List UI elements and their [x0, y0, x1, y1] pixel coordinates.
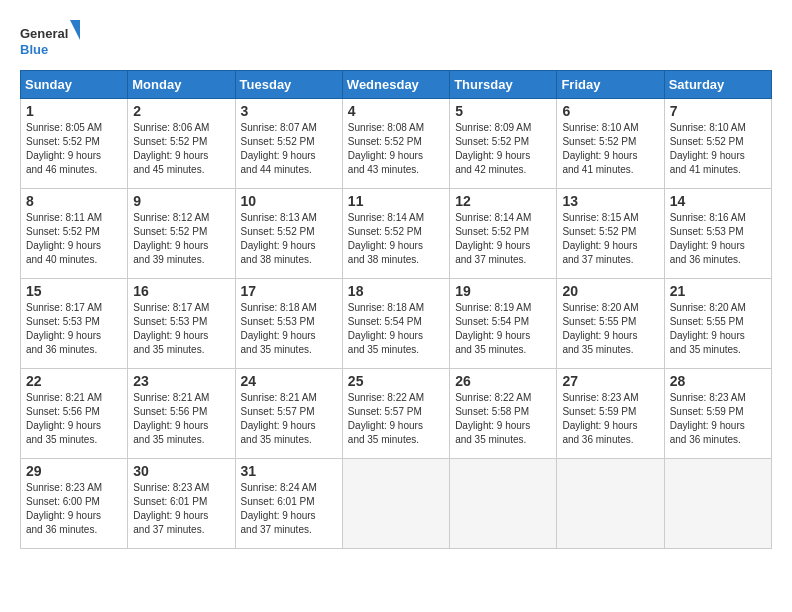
svg-text:General: General	[20, 26, 68, 41]
calendar-cell: 24Sunrise: 8:21 AM Sunset: 5:57 PM Dayli…	[235, 369, 342, 459]
day-number: 25	[348, 373, 444, 389]
day-number: 28	[670, 373, 766, 389]
weekday-header-saturday: Saturday	[664, 71, 771, 99]
day-number: 12	[455, 193, 551, 209]
calendar-cell: 13Sunrise: 8:15 AM Sunset: 5:52 PM Dayli…	[557, 189, 664, 279]
day-number: 27	[562, 373, 658, 389]
day-number: 15	[26, 283, 122, 299]
day-info: Sunrise: 8:21 AM Sunset: 5:56 PM Dayligh…	[26, 391, 122, 447]
calendar-cell: 30Sunrise: 8:23 AM Sunset: 6:01 PM Dayli…	[128, 459, 235, 549]
day-info: Sunrise: 8:21 AM Sunset: 5:57 PM Dayligh…	[241, 391, 337, 447]
day-number: 1	[26, 103, 122, 119]
calendar-cell	[450, 459, 557, 549]
calendar-cell	[557, 459, 664, 549]
day-number: 14	[670, 193, 766, 209]
day-info: Sunrise: 8:06 AM Sunset: 5:52 PM Dayligh…	[133, 121, 229, 177]
calendar-cell: 20Sunrise: 8:20 AM Sunset: 5:55 PM Dayli…	[557, 279, 664, 369]
day-info: Sunrise: 8:15 AM Sunset: 5:52 PM Dayligh…	[562, 211, 658, 267]
calendar-cell: 2Sunrise: 8:06 AM Sunset: 5:52 PM Daylig…	[128, 99, 235, 189]
day-number: 13	[562, 193, 658, 209]
day-number: 8	[26, 193, 122, 209]
calendar-cell: 1Sunrise: 8:05 AM Sunset: 5:52 PM Daylig…	[21, 99, 128, 189]
day-info: Sunrise: 8:10 AM Sunset: 5:52 PM Dayligh…	[562, 121, 658, 177]
week-row-5: 29Sunrise: 8:23 AM Sunset: 6:00 PM Dayli…	[21, 459, 772, 549]
day-info: Sunrise: 8:23 AM Sunset: 6:00 PM Dayligh…	[26, 481, 122, 537]
page-header: GeneralBlue	[20, 20, 772, 60]
day-info: Sunrise: 8:20 AM Sunset: 5:55 PM Dayligh…	[562, 301, 658, 357]
calendar-cell: 9Sunrise: 8:12 AM Sunset: 5:52 PM Daylig…	[128, 189, 235, 279]
calendar-cell: 25Sunrise: 8:22 AM Sunset: 5:57 PM Dayli…	[342, 369, 449, 459]
calendar-table: SundayMondayTuesdayWednesdayThursdayFrid…	[20, 70, 772, 549]
day-info: Sunrise: 8:20 AM Sunset: 5:55 PM Dayligh…	[670, 301, 766, 357]
day-info: Sunrise: 8:13 AM Sunset: 5:52 PM Dayligh…	[241, 211, 337, 267]
day-number: 19	[455, 283, 551, 299]
day-number: 21	[670, 283, 766, 299]
weekday-header-sunday: Sunday	[21, 71, 128, 99]
day-number: 29	[26, 463, 122, 479]
calendar-cell: 3Sunrise: 8:07 AM Sunset: 5:52 PM Daylig…	[235, 99, 342, 189]
day-number: 3	[241, 103, 337, 119]
week-row-3: 15Sunrise: 8:17 AM Sunset: 5:53 PM Dayli…	[21, 279, 772, 369]
day-number: 20	[562, 283, 658, 299]
day-info: Sunrise: 8:23 AM Sunset: 5:59 PM Dayligh…	[562, 391, 658, 447]
calendar-cell: 8Sunrise: 8:11 AM Sunset: 5:52 PM Daylig…	[21, 189, 128, 279]
day-info: Sunrise: 8:18 AM Sunset: 5:53 PM Dayligh…	[241, 301, 337, 357]
logo: GeneralBlue	[20, 20, 80, 60]
day-number: 11	[348, 193, 444, 209]
day-number: 22	[26, 373, 122, 389]
day-number: 7	[670, 103, 766, 119]
day-number: 10	[241, 193, 337, 209]
calendar-cell: 7Sunrise: 8:10 AM Sunset: 5:52 PM Daylig…	[664, 99, 771, 189]
week-row-1: 1Sunrise: 8:05 AM Sunset: 5:52 PM Daylig…	[21, 99, 772, 189]
day-info: Sunrise: 8:22 AM Sunset: 5:57 PM Dayligh…	[348, 391, 444, 447]
weekday-header-wednesday: Wednesday	[342, 71, 449, 99]
svg-text:Blue: Blue	[20, 42, 48, 57]
day-info: Sunrise: 8:14 AM Sunset: 5:52 PM Dayligh…	[348, 211, 444, 267]
day-info: Sunrise: 8:08 AM Sunset: 5:52 PM Dayligh…	[348, 121, 444, 177]
day-info: Sunrise: 8:24 AM Sunset: 6:01 PM Dayligh…	[241, 481, 337, 537]
calendar-cell: 6Sunrise: 8:10 AM Sunset: 5:52 PM Daylig…	[557, 99, 664, 189]
week-row-2: 8Sunrise: 8:11 AM Sunset: 5:52 PM Daylig…	[21, 189, 772, 279]
calendar-cell: 29Sunrise: 8:23 AM Sunset: 6:00 PM Dayli…	[21, 459, 128, 549]
day-number: 23	[133, 373, 229, 389]
day-info: Sunrise: 8:18 AM Sunset: 5:54 PM Dayligh…	[348, 301, 444, 357]
weekday-header-monday: Monday	[128, 71, 235, 99]
day-number: 24	[241, 373, 337, 389]
weekday-header-tuesday: Tuesday	[235, 71, 342, 99]
calendar-cell: 15Sunrise: 8:17 AM Sunset: 5:53 PM Dayli…	[21, 279, 128, 369]
weekday-header-friday: Friday	[557, 71, 664, 99]
calendar-cell: 11Sunrise: 8:14 AM Sunset: 5:52 PM Dayli…	[342, 189, 449, 279]
day-number: 2	[133, 103, 229, 119]
logo-svg: GeneralBlue	[20, 20, 80, 60]
calendar-cell: 4Sunrise: 8:08 AM Sunset: 5:52 PM Daylig…	[342, 99, 449, 189]
day-number: 5	[455, 103, 551, 119]
day-number: 4	[348, 103, 444, 119]
day-number: 6	[562, 103, 658, 119]
day-info: Sunrise: 8:14 AM Sunset: 5:52 PM Dayligh…	[455, 211, 551, 267]
day-info: Sunrise: 8:16 AM Sunset: 5:53 PM Dayligh…	[670, 211, 766, 267]
calendar-body: 1Sunrise: 8:05 AM Sunset: 5:52 PM Daylig…	[21, 99, 772, 549]
calendar-cell: 26Sunrise: 8:22 AM Sunset: 5:58 PM Dayli…	[450, 369, 557, 459]
calendar-cell: 28Sunrise: 8:23 AM Sunset: 5:59 PM Dayli…	[664, 369, 771, 459]
day-number: 17	[241, 283, 337, 299]
day-info: Sunrise: 8:09 AM Sunset: 5:52 PM Dayligh…	[455, 121, 551, 177]
calendar-cell: 19Sunrise: 8:19 AM Sunset: 5:54 PM Dayli…	[450, 279, 557, 369]
day-number: 16	[133, 283, 229, 299]
day-info: Sunrise: 8:23 AM Sunset: 5:59 PM Dayligh…	[670, 391, 766, 447]
day-number: 18	[348, 283, 444, 299]
day-number: 9	[133, 193, 229, 209]
calendar-cell: 10Sunrise: 8:13 AM Sunset: 5:52 PM Dayli…	[235, 189, 342, 279]
day-info: Sunrise: 8:19 AM Sunset: 5:54 PM Dayligh…	[455, 301, 551, 357]
svg-marker-2	[70, 20, 80, 40]
calendar-cell: 5Sunrise: 8:09 AM Sunset: 5:52 PM Daylig…	[450, 99, 557, 189]
calendar-cell: 21Sunrise: 8:20 AM Sunset: 5:55 PM Dayli…	[664, 279, 771, 369]
day-info: Sunrise: 8:22 AM Sunset: 5:58 PM Dayligh…	[455, 391, 551, 447]
day-info: Sunrise: 8:11 AM Sunset: 5:52 PM Dayligh…	[26, 211, 122, 267]
day-info: Sunrise: 8:17 AM Sunset: 5:53 PM Dayligh…	[26, 301, 122, 357]
day-number: 30	[133, 463, 229, 479]
day-number: 31	[241, 463, 337, 479]
day-info: Sunrise: 8:17 AM Sunset: 5:53 PM Dayligh…	[133, 301, 229, 357]
calendar-cell: 22Sunrise: 8:21 AM Sunset: 5:56 PM Dayli…	[21, 369, 128, 459]
weekday-header-row: SundayMondayTuesdayWednesdayThursdayFrid…	[21, 71, 772, 99]
day-info: Sunrise: 8:12 AM Sunset: 5:52 PM Dayligh…	[133, 211, 229, 267]
